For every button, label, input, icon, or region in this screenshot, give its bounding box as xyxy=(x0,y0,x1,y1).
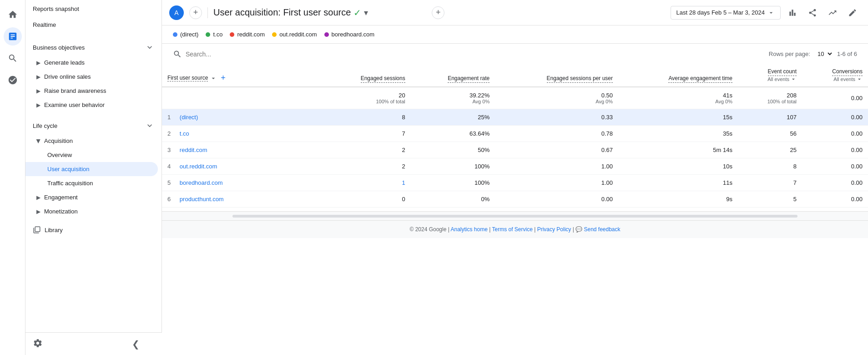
audience-icon[interactable] xyxy=(4,71,22,89)
divider xyxy=(207,7,208,18)
source-link[interactable]: reddit.com xyxy=(180,147,207,153)
pagination-text: 1-6 of 6 xyxy=(837,51,857,57)
legend-dot-reddit xyxy=(230,32,234,37)
data-table-wrapper: First user source + Engaged sessions Eng… xyxy=(162,64,868,208)
status-check-icon: ✓ xyxy=(353,7,361,18)
title-dropdown-icon[interactable]: ▾ xyxy=(364,8,368,18)
legend-direct: (direct) xyxy=(173,31,198,38)
footer: © 2024 Google | Analytics home | Terms o… xyxy=(162,220,868,238)
arrow-icon: ▶ xyxy=(36,60,40,66)
sidebar: Reports snapshot Realtime Business objec… xyxy=(25,0,162,355)
content-area: (direct) t.co reddit.com out.reddit.com … xyxy=(162,25,868,355)
business-objectives-section[interactable]: Business objectives xyxy=(25,36,161,56)
source-filter-icon xyxy=(210,75,217,82)
legend-boredhoard: boredhoard.com xyxy=(324,31,375,38)
source-link[interactable]: boredhoard.com xyxy=(180,179,223,186)
topbar-actions: Last 28 days Feb 5 – Mar 3, 2024 xyxy=(671,5,861,21)
analytics-icon[interactable] xyxy=(4,27,22,46)
source-link[interactable]: out.reddit.com xyxy=(180,163,217,170)
search-input[interactable] xyxy=(186,51,277,58)
home-icon[interactable] xyxy=(4,5,22,24)
table-row: 3 reddit.com 2 50% 0.67 5m 14s 25 0.00 xyxy=(162,142,868,158)
acquisition-arrow-icon: ▶ xyxy=(35,139,42,143)
table-row: 1 (direct) 8 25% 0.33 15s 107 0.00 xyxy=(162,109,868,126)
rows-per-page-select[interactable]: 10 25 50 xyxy=(814,49,833,59)
search-icon xyxy=(173,50,182,59)
add-widget-button[interactable]: + xyxy=(432,6,444,19)
terms-of-service-link[interactable]: Terms of Service xyxy=(492,226,532,233)
col-source[interactable]: First user source + xyxy=(162,64,322,87)
totals-row: 20 100% of total 39.22% Avg 0% 0.50 Avg … xyxy=(162,87,868,109)
chart-legend: (direct) t.co reddit.com out.reddit.com … xyxy=(162,25,868,44)
sidebar-subitem-user-acquisition[interactable]: User acquisition xyxy=(25,162,158,176)
table-row: 6 producthunt.com 0 0% 0.00 9s 5 0.00 xyxy=(162,191,868,208)
date-range-picker[interactable]: Last 28 days Feb 5 – Mar 3, 2024 xyxy=(671,6,781,20)
add-dimension-button[interactable]: + xyxy=(221,73,226,83)
add-report-button[interactable]: + xyxy=(189,6,202,19)
lifecycle-label: Life cycle xyxy=(33,122,57,129)
sidebar-item-examine-user-behavior[interactable]: ▶ Examine user behavior xyxy=(25,98,161,112)
arrow-icon: ▶ xyxy=(36,88,40,94)
table-header-row: First user source + Engaged sessions Eng… xyxy=(162,64,868,87)
legend-reddit: reddit.com xyxy=(230,31,265,38)
share-button[interactable] xyxy=(804,5,821,21)
search-box xyxy=(173,50,277,59)
sidebar-item-raise-brand-awareness[interactable]: ▶ Raise brand awareness xyxy=(25,84,161,98)
sidebar-subitem-overview[interactable]: Overview xyxy=(25,148,161,162)
data-table: First user source + Engaged sessions Eng… xyxy=(162,64,868,208)
table-row: 4 out.reddit.com 2 100% 1.00 10s 8 0.00 xyxy=(162,158,868,175)
copyright: © 2024 Google xyxy=(409,226,446,233)
legend-out-reddit: out.reddit.com xyxy=(272,31,317,38)
sidebar-item-drive-online-sales[interactable]: ▶ Drive online sales xyxy=(25,70,161,84)
analytics-home-link[interactable]: Analytics home xyxy=(451,226,488,233)
legend-dot-tco xyxy=(206,32,210,37)
col-avg-engagement-time[interactable]: Average engagement time xyxy=(618,64,738,87)
engagement-arrow-icon: ▶ xyxy=(36,194,40,201)
arrow-icon: ▶ xyxy=(36,102,40,108)
icon-rail xyxy=(0,0,25,355)
trending-button[interactable] xyxy=(824,5,841,21)
legend-dot-out-reddit xyxy=(272,32,277,37)
edit-button[interactable] xyxy=(844,5,861,21)
col-engaged-sessions-per-user[interactable]: Engaged sessions per user xyxy=(495,64,618,87)
main-content: A + User acquisition: First user source … xyxy=(162,0,868,355)
privacy-policy-link[interactable]: Privacy Policy xyxy=(537,226,571,233)
sidebar-item-generate-leads[interactable]: ▶ Generate leads xyxy=(25,56,161,70)
col-event-count[interactable]: Event count All events xyxy=(738,64,802,87)
realtime-link[interactable]: Realtime xyxy=(25,18,161,32)
business-objectives-collapse[interactable] xyxy=(145,43,154,52)
table-row: 5 boredhoard.com 1 100% 1.00 11s 7 0.00 xyxy=(162,175,868,191)
conversions-filter-icon xyxy=(856,76,863,82)
lifecycle-collapse[interactable] xyxy=(145,121,154,130)
source-link[interactable]: (direct) xyxy=(180,114,198,121)
source-link[interactable]: producthunt.com xyxy=(180,196,224,203)
collapse-sidebar-button[interactable]: ❮ xyxy=(132,339,140,350)
legend-dot-boredhoard xyxy=(324,32,329,37)
monetization-arrow-icon: ▶ xyxy=(36,208,40,215)
topbar: A + User acquisition: First user source … xyxy=(162,0,868,25)
col-engagement-rate[interactable]: Engagement rate xyxy=(411,64,495,87)
library-link[interactable]: Library xyxy=(25,222,161,238)
table-toolbar: Rows per page: 10 25 50 1-6 of 6 xyxy=(162,44,868,64)
lifecycle-section[interactable]: Life cycle xyxy=(25,116,161,134)
report-title: User acquisition: First user source ✓ ▾ xyxy=(213,7,428,18)
bar-chart-button[interactable] xyxy=(784,5,801,21)
reports-snapshot-link[interactable]: Reports snapshot xyxy=(25,0,161,18)
source-link[interactable]: t.co xyxy=(180,130,189,137)
sidebar-item-acquisition[interactable]: ▶ Acquisition xyxy=(25,134,161,148)
legend-dot-direct xyxy=(173,32,177,37)
col-conversions[interactable]: Conversions All events xyxy=(802,64,868,87)
sidebar-subitem-traffic-acquisition[interactable]: Traffic acquisition xyxy=(25,176,161,190)
sidebar-item-monetization[interactable]: ▶ Monetization xyxy=(25,204,161,218)
avatar: A xyxy=(169,5,184,20)
event-count-filter-icon xyxy=(790,76,797,82)
business-objectives-label: Business objectives xyxy=(33,44,85,51)
col-engaged-sessions[interactable]: Engaged sessions xyxy=(322,64,411,87)
library-label: Library xyxy=(45,227,63,233)
rows-per-page-label: Rows per page: xyxy=(769,51,810,57)
sidebar-item-engagement[interactable]: ▶ Engagement xyxy=(25,190,161,204)
scrollbar-area xyxy=(162,211,868,220)
table-row: 2 t.co 7 63.64% 0.78 35s 56 0.00 xyxy=(162,126,868,142)
search-explore-icon[interactable] xyxy=(4,49,22,67)
send-feedback-link[interactable]: 💬 Send feedback xyxy=(575,226,620,233)
